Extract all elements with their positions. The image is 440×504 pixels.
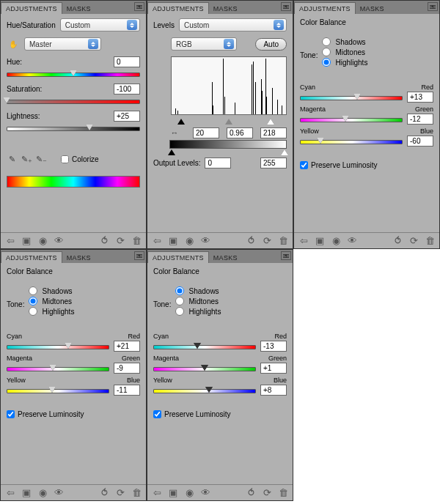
eyedropper-icon[interactable]: ✎ [7, 154, 17, 164]
clip-to-layer-icon[interactable]: ◉ [36, 487, 49, 499]
input-gamma-handle[interactable] [225, 115, 232, 125]
channel-dropdown[interactable]: RGB [171, 37, 237, 51]
input-gamma-field[interactable] [227, 127, 253, 138]
input-white-handle[interactable] [267, 115, 274, 125]
delete-icon[interactable]: 🗑 [276, 235, 290, 247]
tone-highlights-radio[interactable] [29, 307, 37, 316]
expand-view-icon[interactable]: ▣ [313, 235, 326, 247]
tone-shadows-radio[interactable] [322, 37, 331, 46]
back-arrow-icon[interactable]: ⇦ [4, 487, 17, 499]
colorize-checkbox[interactable]: Colorize [61, 155, 99, 163]
back-arrow-icon[interactable]: ⇦ [150, 235, 164, 247]
preserve-luminosity-checkbox[interactable]: Preserve Luminosity [300, 161, 433, 169]
lightness-input[interactable] [114, 111, 140, 122]
expand-view-icon[interactable]: ▣ [166, 487, 180, 499]
previous-state-icon[interactable]: ⥀ [98, 487, 111, 499]
cyan-red-slider[interactable] [153, 341, 256, 352]
toggle-visibility-icon[interactable]: 👁 [199, 235, 212, 247]
reset-icon[interactable]: ⟳ [407, 235, 420, 247]
clip-to-layer-icon[interactable]: ◉ [36, 235, 49, 247]
tab-masks[interactable]: MASKS [209, 252, 242, 263]
expand-view-icon[interactable]: ▣ [20, 235, 33, 247]
panel-menu-icon[interactable] [281, 251, 291, 260]
previous-state-icon[interactable]: ⥀ [391, 235, 404, 247]
magenta-green-slider[interactable] [153, 363, 256, 374]
tab-adjustments[interactable]: ADJUSTMENTS [1, 251, 62, 263]
previous-state-icon[interactable]: ⥀ [98, 235, 111, 247]
tab-adjustments[interactable]: ADJUSTMENTS [294, 2, 356, 14]
tone-highlights-radio[interactable] [175, 307, 184, 316]
input-black-handle[interactable] [177, 115, 185, 125]
back-arrow-icon[interactable]: ⇦ [4, 235, 17, 247]
cyan-red-input[interactable] [260, 341, 287, 352]
delete-icon[interactable]: 🗑 [130, 235, 143, 247]
tone-shadows-radio[interactable] [29, 286, 37, 295]
toggle-visibility-icon[interactable]: 👁 [345, 235, 359, 247]
tab-masks[interactable]: MASKS [62, 3, 95, 14]
input-black-field[interactable] [193, 127, 219, 138]
back-arrow-icon[interactable]: ⇦ [150, 487, 164, 499]
delete-icon[interactable]: 🗑 [423, 235, 436, 247]
yellow-blue-slider[interactable] [153, 385, 256, 396]
panel-menu-icon[interactable] [428, 2, 438, 11]
delete-icon[interactable]: 🗑 [276, 487, 290, 499]
yellow-blue-slider[interactable] [300, 136, 403, 147]
panel-menu-icon[interactable] [281, 2, 291, 11]
tab-adjustments[interactable]: ADJUSTMENTS [147, 2, 209, 14]
output-white-handle[interactable] [281, 146, 288, 155]
clip-to-layer-icon[interactable]: ◉ [183, 235, 196, 247]
output-white-field[interactable] [260, 158, 287, 168]
hue-slider[interactable] [7, 69, 140, 79]
yellow-blue-input[interactable] [407, 136, 433, 147]
yellow-blue-input[interactable] [260, 385, 287, 396]
magenta-green-input[interactable] [407, 114, 433, 125]
reset-icon[interactable]: ⟳ [114, 487, 127, 499]
panel-menu-icon[interactable] [134, 2, 144, 11]
tone-highlights-radio[interactable] [322, 58, 331, 67]
magenta-green-input[interactable] [260, 363, 287, 374]
reset-icon[interactable]: ⟳ [114, 235, 127, 247]
saturation-slider[interactable] [7, 96, 140, 106]
toggle-visibility-icon[interactable]: 👁 [52, 487, 65, 499]
preserve-luminosity-checkbox[interactable]: Preserve Luminosity [7, 410, 140, 418]
output-black-handle[interactable] [168, 146, 175, 155]
preset-dropdown[interactable]: Custom [60, 18, 140, 32]
magenta-green-slider[interactable] [7, 363, 109, 374]
cyan-red-slider[interactable] [300, 92, 403, 103]
output-gradient[interactable] [169, 140, 287, 149]
preset-dropdown[interactable]: Custom [179, 18, 287, 32]
reset-icon[interactable]: ⟳ [260, 235, 274, 247]
tab-adjustments[interactable]: ADJUSTMENTS [1, 2, 62, 14]
tab-adjustments[interactable]: ADJUSTMENTS [147, 251, 209, 263]
yellow-blue-input[interactable] [114, 385, 140, 396]
magenta-green-slider[interactable] [300, 114, 403, 125]
cyan-red-input[interactable] [407, 92, 433, 103]
channel-dropdown[interactable]: Master [24, 37, 101, 51]
input-white-field[interactable] [260, 127, 287, 138]
expand-view-icon[interactable]: ▣ [20, 487, 33, 499]
clip-to-layer-icon[interactable]: ◉ [329, 235, 342, 247]
eyedropper-plus-icon[interactable]: ✎₊ [21, 154, 32, 164]
panel-menu-icon[interactable] [134, 251, 144, 260]
delete-icon[interactable]: 🗑 [130, 487, 143, 499]
lightness-slider[interactable] [7, 123, 140, 133]
tone-midtones-radio[interactable] [29, 297, 37, 305]
gradient-swap-icon[interactable]: ↔ [169, 127, 180, 138]
reset-icon[interactable]: ⟳ [260, 487, 274, 499]
magenta-green-input[interactable] [114, 363, 140, 374]
expand-view-icon[interactable]: ▣ [166, 235, 180, 247]
preserve-luminosity-checkbox[interactable]: Preserve Luminosity [153, 410, 287, 418]
tab-masks[interactable]: MASKS [62, 252, 95, 263]
saturation-input[interactable] [114, 84, 140, 94]
auto-button[interactable]: Auto [255, 38, 287, 51]
back-arrow-icon[interactable]: ⇦ [297, 235, 310, 247]
scrubby-hand-icon[interactable]: ✋ [7, 37, 20, 51]
cyan-red-slider[interactable] [7, 341, 109, 352]
tone-midtones-radio[interactable] [175, 297, 184, 305]
toggle-visibility-icon[interactable]: 👁 [199, 487, 212, 499]
cyan-red-input[interactable] [114, 341, 140, 352]
yellow-blue-slider[interactable] [7, 385, 109, 396]
previous-state-icon[interactable]: ⥀ [244, 487, 257, 499]
clip-to-layer-icon[interactable]: ◉ [183, 487, 196, 499]
toggle-visibility-icon[interactable]: 👁 [52, 235, 65, 247]
